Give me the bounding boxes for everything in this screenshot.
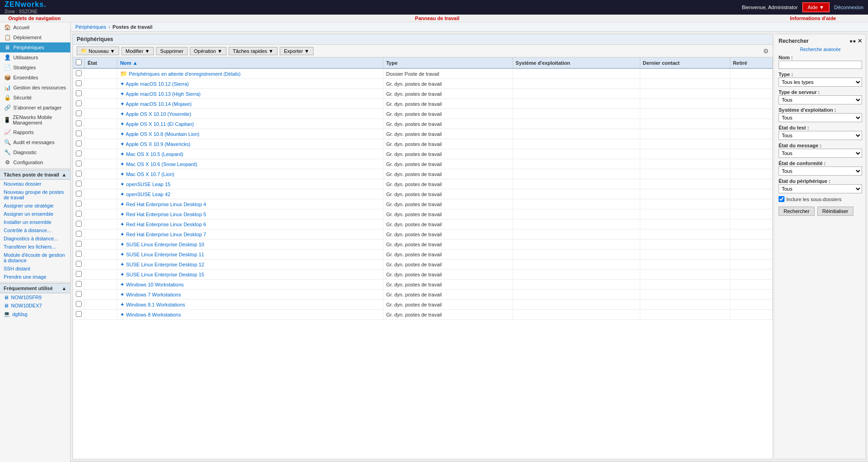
row-checkbox[interactable] (76, 151, 82, 156)
device-name-link[interactable]: Windows 8 Workstations (126, 312, 181, 317)
row-checkbox[interactable] (76, 181, 82, 187)
device-name-link[interactable]: Périphériques en attente d'enregistremen… (129, 71, 222, 77)
device-name-link[interactable]: Apple macOS 10.13 (High Sierra) (126, 91, 201, 97)
row-checkbox[interactable] (76, 301, 82, 307)
row-checkbox[interactable] (76, 171, 82, 176)
col-retire[interactable]: Retiré (730, 57, 772, 68)
expand-icon[interactable]: ●● (849, 38, 856, 44)
device-name-link[interactable]: Apple OS X 10.8 (Mountain Lion) (126, 131, 199, 137)
col-type[interactable]: Type (383, 57, 513, 68)
device-name-link[interactable]: openSUSE Leap 42 (126, 192, 170, 197)
device-name-link[interactable]: openSUSE Leap 15 (126, 182, 170, 187)
sidebar-item-audit[interactable]: 🔍 Audit et messages (0, 137, 70, 147)
sidebar-item-gestion-ressources[interactable]: 📊 Gestion des ressources (0, 83, 70, 93)
row-checkbox[interactable] (76, 161, 82, 166)
device-name-link[interactable]: Red Hat Enterprise Linux Desktop 4 (126, 202, 206, 207)
device-name-link[interactable]: SUSE Linux Enterprise Desktop 11 (126, 252, 204, 257)
device-name-link[interactable]: Windows 10 Workstations (126, 282, 183, 287)
sidebar-item-strategies[interactable]: 📄 Stratégies (0, 62, 70, 73)
supprimer-button[interactable]: Supprimer (156, 47, 188, 55)
etat-test-select[interactable]: Tous (779, 131, 862, 140)
row-checkbox[interactable] (76, 231, 82, 237)
collapse-icon[interactable]: ✕ (858, 38, 862, 44)
systeme-select[interactable]: Tous (779, 113, 862, 122)
row-checkbox[interactable] (76, 211, 82, 217)
sidebar-item-diagnostic[interactable]: 🔧 Diagnostic (0, 147, 70, 157)
sidebar-item-peripheriques[interactable]: 🖥 Périphériques (0, 42, 70, 52)
row-checkbox[interactable] (76, 120, 82, 126)
sidebar-item-ensembles[interactable]: 📦 Ensembles (0, 73, 70, 83)
sidebar-item-rapports[interactable]: 📈 Rapports (0, 127, 70, 137)
col-systeme[interactable]: Système d'exploitation (512, 57, 640, 68)
advanced-search-link[interactable]: Recherche avancée (779, 47, 862, 52)
device-name-link[interactable]: Mac OS X 10.7 (Lion) (126, 171, 174, 177)
device-name-link[interactable]: Mac OS X 10.5 (Leopard) (126, 151, 183, 157)
taches-rapides-button[interactable]: Tâches rapides ▼ (229, 47, 277, 55)
freq-item-now10sfr9[interactable]: 🖥 NOW10SFR9 (0, 293, 70, 301)
device-name-link[interactable]: Red Hat Enterprise Linux Desktop 7 (126, 232, 206, 237)
detail-link[interactable]: (Détails) (224, 72, 241, 77)
row-checkbox[interactable] (76, 241, 82, 247)
nouveau-button[interactable]: 📁 Nouveau ▼ (77, 47, 119, 55)
task-installer-ensemble[interactable]: Installer un ensemble (0, 218, 70, 226)
row-checkbox[interactable] (76, 281, 82, 287)
type-select[interactable]: Tous les types (779, 78, 862, 87)
row-checkbox[interactable] (76, 100, 82, 106)
device-name-link[interactable]: Red Hat Enterprise Linux Desktop 5 (126, 212, 206, 217)
settings-icon[interactable]: ⚙ (763, 47, 769, 55)
select-all-checkbox[interactable] (76, 59, 82, 65)
task-module-ecoute[interactable]: Module d'écoute de gestion à distance (0, 251, 70, 265)
deconnexion-link[interactable]: Déconnexion (834, 5, 863, 10)
row-checkbox[interactable] (76, 130, 82, 136)
modifier-button[interactable]: Modifier ▼ (121, 47, 154, 55)
sidebar-item-utilisateurs[interactable]: 👤 Utilisateurs (0, 52, 70, 62)
row-checkbox[interactable] (76, 271, 82, 277)
row-checkbox[interactable] (76, 291, 82, 297)
device-name-link[interactable]: Apple OS X 10.10 (Yosemite) (126, 111, 191, 117)
device-name-link[interactable]: Apple macOS 10.12 (Sierra) (126, 81, 189, 87)
breadcrumb-peripheriques[interactable]: Périphériques (75, 24, 106, 30)
row-checkbox[interactable] (76, 80, 82, 86)
task-transferer-fichiers[interactable]: Transférer les fichiers... (0, 243, 70, 251)
etat-message-select[interactable]: Tous (779, 149, 862, 158)
row-checkbox[interactable] (76, 261, 82, 267)
task-nouveau-groupe[interactable]: Nouveau groupe de postes de travail (0, 188, 70, 202)
row-checkbox[interactable] (76, 140, 82, 146)
device-name-link[interactable]: Windows 8.1 Workstations (126, 302, 185, 307)
col-contact[interactable]: Dernier contact (640, 57, 730, 68)
row-checkbox[interactable] (76, 110, 82, 116)
device-name-link[interactable]: Apple OS X 10.9 (Mavericks) (126, 141, 191, 147)
device-name-link[interactable]: Mac OS X 10.6 (Snow Leopard) (126, 161, 197, 167)
task-prendre-image[interactable]: Prendre une image (0, 273, 70, 281)
device-name-link[interactable]: SUSE Linux Enterprise Desktop 12 (126, 262, 204, 267)
row-checkbox[interactable] (76, 311, 82, 317)
freq-item-dgfdsg[interactable]: 💻 dgfdsg (0, 310, 70, 318)
row-checkbox[interactable] (76, 201, 82, 207)
rechercher-button[interactable]: Rechercher (779, 207, 815, 216)
inclure-sous-dossiers-checkbox[interactable] (779, 196, 784, 202)
operation-button[interactable]: Opération ▼ (190, 47, 226, 55)
sidebar-item-sabonner[interactable]: 🔗 S'abonner et partager (0, 103, 70, 113)
device-name-link[interactable]: Red Hat Enterprise Linux Desktop 6 (126, 222, 206, 227)
device-name-link[interactable]: Apple macOS 10.14 (Mojave) (126, 101, 192, 107)
serveur-select[interactable]: Tous (779, 95, 862, 104)
row-checkbox[interactable] (76, 70, 82, 76)
sidebar-item-accueil[interactable]: 🏠 Accueil (0, 22, 70, 32)
aide-button[interactable]: Aide ▼ (803, 3, 829, 11)
row-checkbox[interactable] (76, 90, 82, 96)
device-name-link[interactable]: SUSE Linux Enterprise Desktop 15 (126, 272, 204, 277)
task-controle-distance[interactable]: Contrôle à distance... (0, 226, 70, 234)
row-checkbox[interactable] (76, 251, 82, 257)
exporter-button[interactable]: Exporter ▼ (280, 47, 314, 55)
sidebar-item-configuration[interactable]: ⚙ Configuration (0, 157, 70, 167)
reinitialiser-button[interactable]: Réinitialiser (817, 207, 853, 216)
task-diagnostics-distance[interactable]: Diagnostics à distance... (0, 234, 70, 243)
device-name-link[interactable]: Apple OS X 10.11 (El Capitan) (126, 121, 194, 127)
task-ssh-distant[interactable]: SSH distant (0, 265, 70, 273)
col-nom[interactable]: Nom ▲ (117, 57, 383, 68)
etat-peripherique-select[interactable]: Tous (779, 184, 862, 193)
task-assigner-strategie[interactable]: Assigner une stratégie (0, 202, 70, 210)
task-assigner-ensemble[interactable]: Assigner un ensemble (0, 210, 70, 218)
sidebar-item-zenworks-mobile[interactable]: 📱 ZENworks Mobile Management (0, 113, 70, 127)
etat-conformite-select[interactable]: Tous (779, 166, 862, 176)
